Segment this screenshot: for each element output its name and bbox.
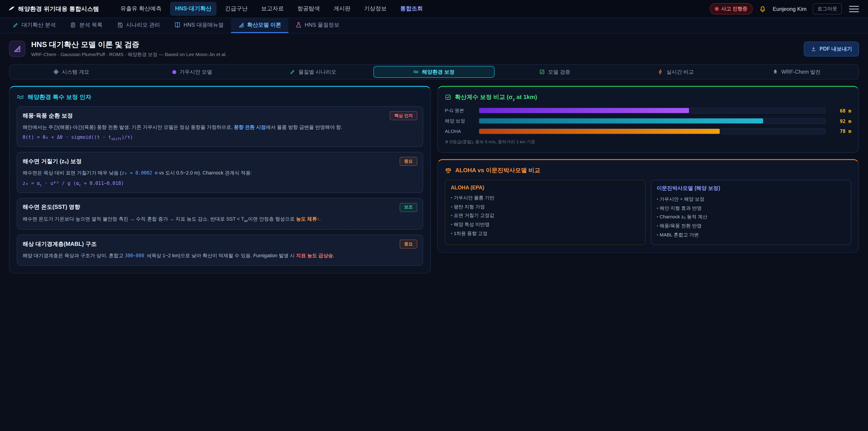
- wave-icon: [413, 69, 419, 74]
- bar-fill: [479, 129, 720, 133]
- ruler-icon: [238, 22, 244, 28]
- bell-icon[interactable]: [759, 5, 767, 12]
- factor-badge: 핵심 인자: [390, 111, 417, 120]
- bar-value: 78 m: [831, 128, 851, 134]
- rocket-icon: [773, 69, 778, 74]
- clipboard-icon: [70, 22, 76, 28]
- wave-icon: [17, 94, 24, 101]
- nav-item[interactable]: 통합조회: [395, 2, 428, 16]
- bar-row: P-G 원본68 m: [445, 107, 851, 114]
- pencil-icon: [13, 22, 19, 28]
- ocean-panel-title: 해양환경 특수 보정 인자: [28, 93, 91, 101]
- section-tab[interactable]: 시스템 개요: [11, 66, 132, 78]
- main-content: 해양환경 특수 보정 인자 해풍·육풍 순환 보정핵심 인자해안에서는 주간(해…: [0, 80, 868, 280]
- app-logo[interactable]: 해양환경 위기대응 통합시스템: [8, 5, 99, 13]
- balance-scale-icon: [445, 167, 452, 174]
- subtab-label: HNS 물질정보: [305, 21, 339, 29]
- section-tab[interactable]: WRF-Chem 발전: [736, 66, 857, 78]
- subtab-save[interactable]: 시나리오 관리: [110, 18, 167, 33]
- bar-track: [479, 107, 826, 114]
- moonjin-feature-list: 가우시안 + 해양 보정해안 지형 효과 반영Charnock z₀ 동적 계산…: [657, 194, 845, 240]
- menu-icon[interactable]: [848, 4, 860, 13]
- subtab-pencil[interactable]: 대기확산 분석: [5, 18, 63, 33]
- nav-item[interactable]: HNS·대기확산: [170, 2, 216, 16]
- right-column: 확산계수 보정 비교 (σy at 1km) P-G 원본68 m해양 보정92…: [437, 86, 859, 253]
- section-tab-label: 실시간 비교: [666, 68, 694, 75]
- section-tab[interactable]: 실시간 비교: [615, 66, 736, 78]
- nav-item[interactable]: 긴급구난: [220, 2, 253, 16]
- bar-value: 68 m: [831, 108, 851, 113]
- subtab-label: 분석 목록: [79, 21, 103, 29]
- model-comparison-panel: ALOHA vs 이문진박사모델 비교 ALOHA (EPA) 가우시안 플룸 …: [437, 159, 859, 253]
- page-subtitle: WRF-Chem · Gaussian Plume/Puff · ROMS · …: [31, 52, 226, 58]
- check-square-icon: [445, 94, 451, 100]
- bar-value: 92 m: [831, 118, 851, 124]
- section-tab[interactable]: 물질별 시나리오: [253, 66, 374, 78]
- feature-item: 1차원 풍향 고정: [451, 229, 640, 239]
- feature-item: 평탄 지형 가정: [451, 202, 640, 211]
- pdf-export-button[interactable]: PDF 내보내기: [804, 41, 859, 56]
- user-name: Eunjeong Kim: [773, 6, 807, 12]
- flask-icon: [296, 22, 302, 28]
- nav-item[interactable]: 항공탐색: [292, 2, 325, 16]
- feature-item: MABL 혼합고 가변: [657, 231, 845, 240]
- feature-item: Charnock z₀ 동적 계산: [657, 213, 845, 222]
- factor-title: 해풍·육풍 순환 보정: [23, 112, 73, 120]
- sub-tab-bar: 대기확산 분석분석 목록시나리오 관리HNS 대응매뉴얼확산모델 이론HNS 물…: [0, 18, 868, 33]
- section-tab-label: 시스템 개요: [62, 68, 89, 75]
- subtab-clipboard[interactable]: 분석 목록: [63, 18, 110, 33]
- factor-formula: θ(t) = θ₀ + Δθ · sigmoid((t - tshift)/τ): [23, 134, 417, 141]
- subtab-flask[interactable]: HNS 물질정보: [288, 18, 346, 33]
- bar-row: ALOHA78 m: [445, 128, 851, 134]
- factor-title: 해수면 거칠기 (z₀) 보정: [23, 158, 82, 165]
- aloha-box: ALOHA (EPA) 가우시안 플룸 기반평탄 지형 가정표면 거칠기 고정값…: [445, 180, 645, 245]
- page-title: HNS 대기확산 모델 이론 및 검증: [31, 40, 226, 50]
- status-dot-icon: [715, 7, 718, 10]
- page-header-iconbox: [9, 41, 25, 57]
- bar-fill: [479, 118, 763, 123]
- ocean-correction-panel: 해양환경 특수 보정 인자 해풍·육풍 순환 보정핵심 인자해안에서는 주간(해…: [9, 86, 431, 273]
- app-root: 해양환경 위기대응 통합시스템 유출유 확산예측HNS·대기확산긴급구난보고자료…: [0, 0, 868, 431]
- section-tab[interactable]: 가우시안 모델: [132, 66, 253, 78]
- factor-badge: 중요: [400, 240, 417, 249]
- nav-item[interactable]: 게시판: [329, 2, 355, 16]
- book-icon: [175, 22, 180, 28]
- main-nav: 유출유 확산예측HNS·대기확산긴급구난보고자료항공탐색게시판기상정보통합조회: [115, 2, 428, 16]
- subtab-ruler[interactable]: 확산모델 이론: [231, 18, 288, 33]
- status-badge-label: 사고 진행중: [721, 5, 747, 12]
- moonjin-model-box: 이문진박사모델 (해양 보정) 가우시안 + 해양 보정해안 지형 효과 반영C…: [651, 180, 851, 245]
- nav-item[interactable]: 유출유 확산예측: [115, 2, 166, 16]
- top-nav: 해양환경 위기대응 통합시스템 유출유 확산예측HNS·대기확산긴급구난보고자료…: [0, 0, 868, 18]
- bar-label: P-G 원본: [445, 107, 474, 114]
- incident-status-badge[interactable]: 사고 진행중: [710, 3, 753, 14]
- dot-icon: [172, 70, 176, 74]
- wing-logo-icon: [8, 5, 15, 12]
- subtab-label: 확산모델 이론: [247, 21, 281, 29]
- pdf-export-label: PDF 내보내기: [819, 45, 852, 52]
- subtab-label: 대기확산 분석: [22, 21, 56, 29]
- factor-body: 해안에서는 주간(해풍)·야간(육풍) 풍향 전환 발생. 기존 가우시안 모델…: [23, 123, 417, 131]
- section-tab-label: 모델 검증: [548, 68, 570, 75]
- check-icon: [539, 69, 545, 74]
- moonjin-box-title: 이문진박사모델 (해양 보정): [657, 185, 845, 191]
- nav-item[interactable]: 기상정보: [359, 2, 392, 16]
- bar-label: 해양 보정: [445, 118, 474, 124]
- system-icon: [53, 69, 59, 74]
- subtab-label: HNS 대응매뉴얼: [184, 21, 223, 29]
- factor-badge: 중요: [400, 157, 417, 166]
- subtab-label: 시나리오 관리: [126, 21, 160, 29]
- feature-item: 해안 지형 효과 반영: [657, 204, 845, 213]
- logout-button[interactable]: 로그아웃: [813, 3, 842, 14]
- nav-item[interactable]: 보고자료: [256, 2, 289, 16]
- bar-fill: [479, 108, 689, 113]
- download-icon: [811, 46, 816, 52]
- comparison-grid: ALOHA (EPA) 가우시안 플룸 기반평탄 지형 가정표면 거칠기 고정값…: [445, 180, 851, 245]
- section-tab-label: 가우시안 모델: [180, 68, 212, 75]
- chart-panel-header: 확산계수 보정 비교 (σy at 1km): [445, 93, 851, 101]
- dispersion-chart-panel: 확산계수 보정 비교 (σy at 1km) P-G 원본68 m해양 보정92…: [437, 86, 859, 153]
- section-tab[interactable]: 해양환경 보정: [374, 66, 495, 78]
- aloha-feature-list: 가우시안 플룸 기반평탄 지형 가정표면 거칠기 고정값해양 특성 미반영1차원…: [451, 193, 640, 238]
- subtab-book[interactable]: HNS 대응매뉴얼: [167, 18, 231, 33]
- section-tab[interactable]: 모델 검증: [494, 66, 615, 78]
- chart-note: ※ D등급(중립), 풍속 5 m/s, 풍하거리 1 km 기준: [445, 139, 851, 145]
